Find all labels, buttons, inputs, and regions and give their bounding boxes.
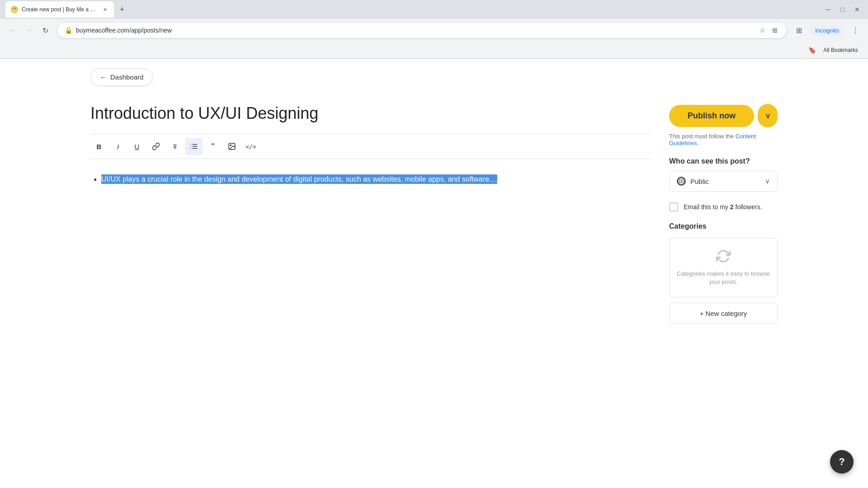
dashboard-nav: ← Dashboard bbox=[0, 59, 868, 95]
visibility-value: Public bbox=[690, 178, 709, 185]
dashboard-back-button[interactable]: ← Dashboard bbox=[90, 68, 153, 86]
profile-icon[interactable]: ⊞ bbox=[770, 26, 779, 35]
browser-addressbar: ← → ↻ 🔒 buymeacoffee.com/app/posts/new ☆… bbox=[0, 19, 868, 42]
post-title[interactable]: Introduction to UX/UI Designing bbox=[90, 104, 651, 123]
italic-button[interactable]: I bbox=[109, 138, 127, 155]
categories-icon bbox=[677, 249, 770, 266]
minimize-button[interactable]: ─ bbox=[823, 4, 834, 15]
bold-button[interactable]: B bbox=[90, 138, 108, 155]
profile-label: Incognito bbox=[815, 27, 839, 34]
visibility-chevron-icon: ∨ bbox=[765, 177, 770, 185]
page-content: ← Dashboard Introduction to UX/UI Design… bbox=[0, 59, 868, 488]
back-arrow-icon: ← bbox=[100, 73, 107, 81]
browser-chrome: ☕ Create new post | Buy Me a Coff ✕ + ─ … bbox=[0, 0, 868, 59]
email-followers-text: Email this to my 2 followers. bbox=[684, 203, 762, 211]
sidebar: Publish now ∨ This post must follow the … bbox=[669, 104, 778, 479]
public-icon bbox=[677, 177, 686, 186]
categories-empty-state: Categories makes it easy to browse your … bbox=[669, 238, 778, 297]
strikethrough-button[interactable]: T bbox=[166, 138, 184, 155]
underline-button[interactable]: U bbox=[128, 138, 146, 155]
all-bookmarks-item[interactable]: All Bookmarks bbox=[819, 45, 863, 55]
tab-strip: ☕ Create new post | Buy Me a Coff ✕ + bbox=[5, 1, 819, 18]
help-button[interactable]: ? bbox=[830, 450, 854, 474]
address-bar[interactable]: 🔒 buymeacoffee.com/app/posts/new ☆ ⊞ bbox=[57, 22, 787, 38]
chevron-down-icon: ∨ bbox=[765, 111, 771, 121]
selected-text: UI/UX plays a crucial role in the design… bbox=[101, 174, 497, 184]
categories-label: Categories bbox=[669, 222, 778, 230]
categories-description: Categories makes it easy to browse your … bbox=[677, 270, 770, 286]
close-button[interactable]: ✕ bbox=[852, 4, 863, 15]
bookmark-star-icon[interactable]: ☆ bbox=[758, 26, 767, 35]
main-layout: Introduction to UX/UI Designing B I U bbox=[0, 95, 868, 488]
back-nav-button[interactable]: ← bbox=[5, 23, 20, 38]
svg-point-7 bbox=[230, 145, 231, 145]
maximize-button[interactable]: □ bbox=[837, 4, 848, 15]
address-url: buymeacoffee.com/app/posts/new bbox=[76, 27, 754, 34]
new-tab-button[interactable]: + bbox=[116, 3, 128, 16]
code-button[interactable]: </> bbox=[242, 138, 259, 155]
bookmarks-bar: 🔖 All Bookmarks bbox=[0, 42, 868, 59]
link-button[interactable] bbox=[147, 138, 165, 155]
browser-right-controls: ⊞ Incognito ⋮ bbox=[792, 23, 863, 38]
tab-close-button[interactable]: ✕ bbox=[101, 6, 108, 13]
browser-titlebar: ☕ Create new post | Buy Me a Coff ✕ + ─ … bbox=[0, 0, 868, 19]
refresh-nav-button[interactable]: ↻ bbox=[38, 23, 52, 38]
publish-button[interactable]: Publish now bbox=[669, 105, 754, 127]
tab-favicon: ☕ bbox=[11, 6, 18, 13]
editor-section: Introduction to UX/UI Designing B I U bbox=[90, 104, 651, 479]
image-button[interactable] bbox=[223, 138, 241, 155]
forward-nav-button[interactable]: → bbox=[22, 23, 36, 38]
visibility-dropdown[interactable]: Public ∨ bbox=[669, 171, 778, 192]
active-tab[interactable]: ☕ Create new post | Buy Me a Coff ✕ bbox=[5, 1, 114, 18]
visibility-label: Who can see this post? bbox=[669, 157, 778, 165]
email-followers-row: Email this to my 2 followers. bbox=[669, 202, 778, 211]
question-mark-icon: ? bbox=[839, 456, 844, 468]
nav-buttons: ← → ↻ bbox=[5, 23, 52, 38]
quote-button[interactable]: " bbox=[204, 138, 222, 155]
visibility-section: Who can see this post? Public ∨ bbox=[669, 157, 778, 192]
categories-section: Categories Categories makes it easy to b… bbox=[669, 222, 778, 324]
editor-content[interactable]: UI/UX plays a crucial role in the design… bbox=[90, 170, 651, 191]
extensions-button[interactable]: ⊞ bbox=[792, 23, 806, 38]
window-controls: ─ □ ✕ bbox=[823, 4, 863, 15]
profile-button[interactable]: Incognito bbox=[810, 25, 844, 36]
editor-toolbar: B I U T bbox=[90, 134, 651, 159]
menu-button[interactable]: ⋮ bbox=[848, 23, 863, 38]
dashboard-label: Dashboard bbox=[110, 73, 143, 81]
content-list: UI/UX plays a crucial role in the design… bbox=[90, 174, 651, 185]
tab-title: Create new post | Buy Me a Coff bbox=[22, 6, 98, 13]
list-item: UI/UX plays a crucial role in the design… bbox=[101, 174, 651, 185]
list-button[interactable] bbox=[185, 138, 203, 155]
email-followers-checkbox[interactable] bbox=[669, 202, 678, 211]
publish-dropdown-button[interactable]: ∨ bbox=[758, 104, 778, 127]
publish-row: Publish now ∨ bbox=[669, 104, 778, 127]
new-category-button[interactable]: + New category bbox=[669, 303, 778, 324]
content-guidelines-text: This post must follow the Content Guidel… bbox=[669, 133, 778, 146]
address-icons: ☆ ⊞ bbox=[758, 26, 779, 35]
